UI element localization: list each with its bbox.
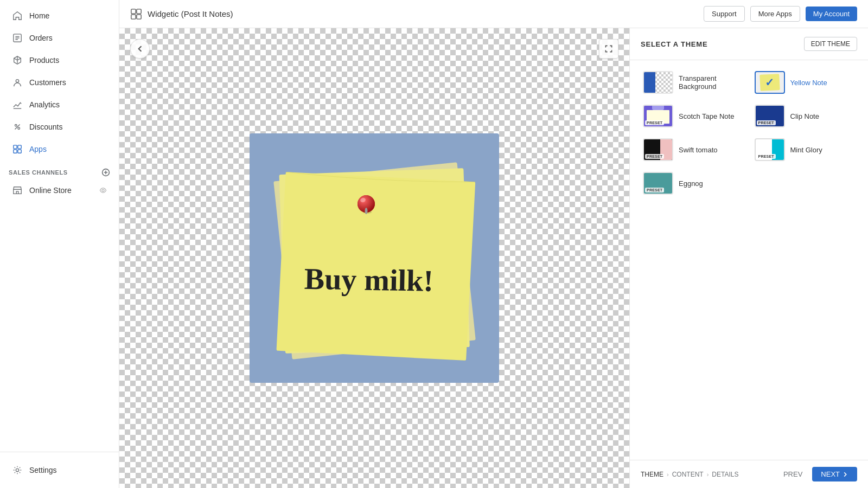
topbar-left: Widgetic (Post It Notes): [130, 8, 233, 20]
panel-header: SELECT A THEME EDIT THEME: [630, 28, 868, 60]
theme-thumb-yellow: ✓: [755, 71, 785, 94]
svg-rect-5: [18, 145, 21, 149]
breadcrumb: THEME › CONTENT › DETAILS: [641, 471, 738, 478]
svg-rect-12: [137, 9, 141, 13]
svg-rect-11: [131, 9, 136, 13]
orders-icon: [12, 33, 23, 43]
app-title: Widgetic (Post It Notes): [148, 9, 233, 18]
sidebar-products-label: Products: [29, 56, 59, 65]
sidebar-item-discounts[interactable]: Discounts: [3, 116, 116, 138]
sidebar-item-online-store[interactable]: Online Store: [3, 179, 116, 201]
panel-footer: THEME › CONTENT › DETAILS PREV NEXT: [630, 460, 868, 488]
breadcrumb-sep-1: ›: [667, 471, 669, 478]
breadcrumb-content: CONTENT: [672, 471, 704, 478]
preset-badge-swift: PRESET: [645, 154, 664, 159]
sidebar-settings-label: Settings: [29, 466, 57, 474]
sidebar-settings: Settings: [0, 452, 119, 488]
svg-point-9: [102, 189, 104, 191]
theme-mint-label: Mint Glory: [790, 146, 822, 154]
theme-swift-label: Swift tomato: [679, 146, 718, 154]
sidebar-discounts-label: Discounts: [29, 123, 62, 131]
discounts-icon: [12, 121, 23, 132]
svg-rect-7: [18, 150, 21, 153]
store-icon: [12, 185, 23, 196]
sales-channels-section: SALES CHANNELS: [0, 160, 119, 179]
theme-thumb-swift: PRESET: [643, 138, 673, 161]
apps-icon: [12, 144, 23, 155]
topbar: Widgetic (Post It Notes) Support More Ap…: [119, 0, 868, 28]
sidebar-item-home[interactable]: Home: [3, 5, 116, 27]
sidebar-item-orders[interactable]: Orders: [3, 27, 116, 49]
sidebar-apps-label: Apps: [29, 145, 47, 153]
fullscreen-button[interactable]: [599, 39, 618, 59]
svg-rect-4: [14, 145, 17, 149]
theme-mint[interactable]: PRESET Mint Glory: [752, 136, 858, 163]
svg-rect-13: [131, 14, 136, 18]
right-panel: SELECT A THEME EDIT THEME Transparent Ba…: [629, 28, 868, 488]
theme-transparent[interactable]: Transparent Background: [641, 69, 746, 96]
selected-check-icon: ✓: [765, 76, 774, 89]
note-preview: Buy milk!: [250, 133, 499, 383]
sidebar-item-settings[interactable]: Settings: [3, 459, 116, 481]
select-theme-label: SELECT A THEME: [641, 40, 707, 48]
edit-theme-button[interactable]: EDIT THEME: [804, 37, 857, 51]
preset-badge-clip: PRESET: [757, 120, 776, 125]
add-sales-channel-icon[interactable]: [101, 168, 110, 177]
more-apps-button[interactable]: More Apps: [750, 6, 800, 22]
analytics-icon: [12, 99, 23, 110]
theme-swift[interactable]: PRESET Swift tomato: [641, 136, 746, 163]
sidebar-item-products[interactable]: Products: [3, 49, 116, 71]
settings-icon: [12, 465, 23, 476]
svg-point-2: [15, 125, 17, 127]
preset-badge-scotch: PRESET: [645, 120, 664, 125]
sidebar-nav: Home Orders Products: [0, 0, 119, 452]
preset-badge-eggnog: PRESET: [645, 188, 664, 192]
theme-thumb-scotch: PRESET: [643, 105, 673, 127]
svg-point-10: [16, 468, 18, 471]
theme-transparent-label: Transparent Background: [679, 74, 744, 91]
sidebar-home-label: Home: [29, 11, 49, 20]
next-button[interactable]: NEXT: [812, 467, 857, 481]
products-icon: [12, 55, 23, 66]
preset-badge-mint: PRESET: [757, 154, 776, 159]
theme-clip-label: Clip Note: [790, 112, 819, 120]
widgetic-app-icon: [130, 8, 142, 20]
sidebar-online-store-label: Online Store: [29, 186, 72, 195]
themes-grid: Transparent Background ✓ Yellow Note P: [630, 60, 868, 460]
topbar-right: Support More Apps My Account: [704, 6, 857, 22]
content-area: Buy milk! SELECT A THEME EDIT THEME Tran…: [119, 28, 868, 488]
prev-button[interactable]: PREV: [778, 467, 808, 481]
svg-point-3: [18, 127, 20, 130]
support-button[interactable]: Support: [704, 6, 745, 22]
customers-icon: [12, 77, 23, 88]
svg-text:Buy milk!: Buy milk!: [304, 262, 433, 298]
preview-area: Buy milk!: [119, 28, 629, 488]
theme-thumb-eggnog: PRESET: [643, 172, 673, 195]
sidebar-item-customers[interactable]: Customers: [3, 72, 116, 93]
account-button[interactable]: My Account: [806, 7, 857, 21]
back-button[interactable]: [130, 39, 150, 59]
theme-thumb-mint: PRESET: [755, 138, 785, 161]
sidebar-customers-label: Customers: [29, 78, 66, 87]
theme-yellow[interactable]: ✓ Yellow Note: [752, 69, 858, 96]
svg-rect-6: [14, 150, 17, 153]
breadcrumb-theme: THEME: [641, 471, 663, 478]
main-content: Widgetic (Post It Notes) Support More Ap…: [119, 0, 868, 488]
theme-scotch[interactable]: PRESET Scotch Tape Note: [641, 102, 746, 130]
store-visibility-icon[interactable]: [99, 187, 107, 194]
theme-eggnog-label: Eggnog: [679, 179, 703, 188]
svg-point-1: [16, 80, 18, 82]
theme-scotch-label: Scotch Tape Note: [679, 112, 734, 120]
sidebar-item-apps[interactable]: Apps: [3, 138, 116, 160]
svg-rect-14: [137, 14, 141, 18]
theme-clip[interactable]: PRESET Clip Note: [752, 102, 858, 130]
footer-buttons: PREV NEXT: [778, 467, 857, 481]
sidebar-item-analytics[interactable]: Analytics: [3, 94, 116, 115]
sidebar-orders-label: Orders: [29, 34, 53, 42]
sidebar-analytics-label: Analytics: [29, 100, 60, 109]
theme-thumb-transparent: [643, 71, 673, 94]
breadcrumb-sep-2: ›: [707, 471, 709, 478]
breadcrumb-details: DETAILS: [712, 471, 738, 478]
theme-yellow-label: Yellow Note: [790, 79, 827, 87]
theme-eggnog[interactable]: PRESET Eggnog: [641, 170, 746, 197]
